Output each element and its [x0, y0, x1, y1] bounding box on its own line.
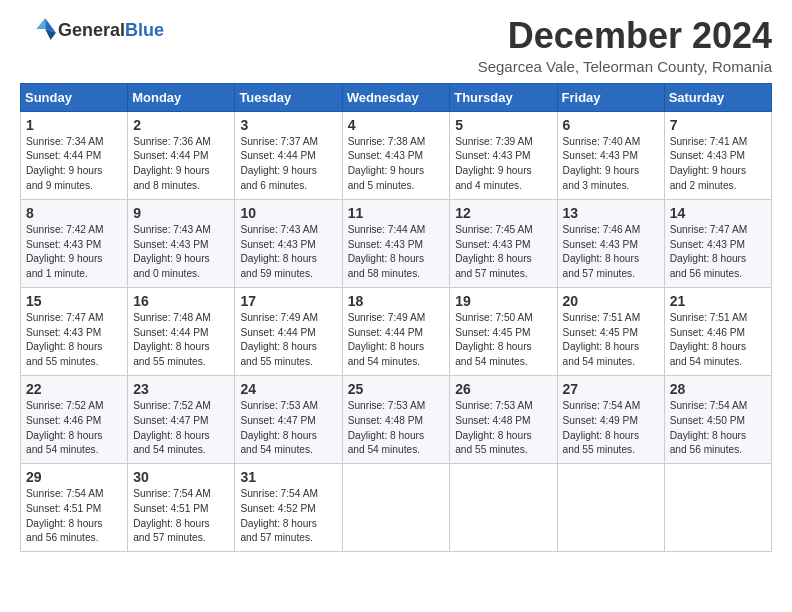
day-number: 30 — [133, 469, 229, 485]
day-info: Sunrise: 7:54 AM Sunset: 4:51 PM Dayligh… — [26, 487, 122, 546]
calendar-cell: 27Sunrise: 7:54 AM Sunset: 4:49 PM Dayli… — [557, 375, 664, 463]
day-info: Sunrise: 7:44 AM Sunset: 4:43 PM Dayligh… — [348, 223, 445, 282]
day-info: Sunrise: 7:34 AM Sunset: 4:44 PM Dayligh… — [26, 135, 122, 194]
day-info: Sunrise: 7:54 AM Sunset: 4:49 PM Dayligh… — [563, 399, 659, 458]
day-info: Sunrise: 7:41 AM Sunset: 4:43 PM Dayligh… — [670, 135, 766, 194]
calendar-cell: 22Sunrise: 7:52 AM Sunset: 4:46 PM Dayli… — [21, 375, 128, 463]
day-info: Sunrise: 7:46 AM Sunset: 4:43 PM Dayligh… — [563, 223, 659, 282]
calendar-cell: 31Sunrise: 7:54 AM Sunset: 4:52 PM Dayli… — [235, 464, 342, 552]
calendar-cell: 21Sunrise: 7:51 AM Sunset: 4:46 PM Dayli… — [664, 287, 771, 375]
day-info: Sunrise: 7:39 AM Sunset: 4:43 PM Dayligh… — [455, 135, 551, 194]
calendar-cell: 6Sunrise: 7:40 AM Sunset: 4:43 PM Daylig… — [557, 111, 664, 199]
logo-blue: Blue — [125, 20, 164, 40]
weekday-header-thursday: Thursday — [450, 83, 557, 111]
day-info: Sunrise: 7:49 AM Sunset: 4:44 PM Dayligh… — [240, 311, 336, 370]
calendar-cell: 24Sunrise: 7:53 AM Sunset: 4:47 PM Dayli… — [235, 375, 342, 463]
calendar-cell: 16Sunrise: 7:48 AM Sunset: 4:44 PM Dayli… — [128, 287, 235, 375]
day-number: 6 — [563, 117, 659, 133]
day-number: 4 — [348, 117, 445, 133]
day-number: 9 — [133, 205, 229, 221]
day-info: Sunrise: 7:52 AM Sunset: 4:47 PM Dayligh… — [133, 399, 229, 458]
day-number: 10 — [240, 205, 336, 221]
day-number: 3 — [240, 117, 336, 133]
day-info: Sunrise: 7:53 AM Sunset: 4:48 PM Dayligh… — [455, 399, 551, 458]
month-title: December 2024 — [478, 16, 772, 56]
calendar-cell: 11Sunrise: 7:44 AM Sunset: 4:43 PM Dayli… — [342, 199, 450, 287]
calendar-cell: 3Sunrise: 7:37 AM Sunset: 4:44 PM Daylig… — [235, 111, 342, 199]
day-number: 24 — [240, 381, 336, 397]
day-number: 5 — [455, 117, 551, 133]
logo-general: General — [58, 20, 125, 40]
calendar-cell — [664, 464, 771, 552]
day-info: Sunrise: 7:48 AM Sunset: 4:44 PM Dayligh… — [133, 311, 229, 370]
day-number: 22 — [26, 381, 122, 397]
calendar-cell: 25Sunrise: 7:53 AM Sunset: 4:48 PM Dayli… — [342, 375, 450, 463]
weekday-header-sunday: Sunday — [21, 83, 128, 111]
calendar: SundayMondayTuesdayWednesdayThursdayFrid… — [20, 83, 772, 553]
calendar-cell: 4Sunrise: 7:38 AM Sunset: 4:43 PM Daylig… — [342, 111, 450, 199]
weekday-header-friday: Friday — [557, 83, 664, 111]
calendar-cell — [342, 464, 450, 552]
location-subtitle: Segarcea Vale, Teleorman County, Romania — [478, 58, 772, 75]
day-number: 1 — [26, 117, 122, 133]
day-info: Sunrise: 7:36 AM Sunset: 4:44 PM Dayligh… — [133, 135, 229, 194]
day-info: Sunrise: 7:43 AM Sunset: 4:43 PM Dayligh… — [133, 223, 229, 282]
day-number: 23 — [133, 381, 229, 397]
day-number: 19 — [455, 293, 551, 309]
calendar-cell: 14Sunrise: 7:47 AM Sunset: 4:43 PM Dayli… — [664, 199, 771, 287]
day-number: 25 — [348, 381, 445, 397]
weekday-header-saturday: Saturday — [664, 83, 771, 111]
day-info: Sunrise: 7:53 AM Sunset: 4:48 PM Dayligh… — [348, 399, 445, 458]
calendar-cell: 9Sunrise: 7:43 AM Sunset: 4:43 PM Daylig… — [128, 199, 235, 287]
day-number: 28 — [670, 381, 766, 397]
calendar-cell — [450, 464, 557, 552]
day-info: Sunrise: 7:47 AM Sunset: 4:43 PM Dayligh… — [670, 223, 766, 282]
day-info: Sunrise: 7:54 AM Sunset: 4:52 PM Dayligh… — [240, 487, 336, 546]
day-number: 16 — [133, 293, 229, 309]
header: GeneralBlue December 2024 Segarcea Vale,… — [20, 16, 772, 75]
day-number: 29 — [26, 469, 122, 485]
calendar-cell: 2Sunrise: 7:36 AM Sunset: 4:44 PM Daylig… — [128, 111, 235, 199]
day-info: Sunrise: 7:38 AM Sunset: 4:43 PM Dayligh… — [348, 135, 445, 194]
day-info: Sunrise: 7:37 AM Sunset: 4:44 PM Dayligh… — [240, 135, 336, 194]
day-number: 14 — [670, 205, 766, 221]
title-area: December 2024 Segarcea Vale, Teleorman C… — [478, 16, 772, 75]
calendar-cell: 30Sunrise: 7:54 AM Sunset: 4:51 PM Dayli… — [128, 464, 235, 552]
calendar-week-5: 29Sunrise: 7:54 AM Sunset: 4:51 PM Dayli… — [21, 464, 772, 552]
day-info: Sunrise: 7:54 AM Sunset: 4:51 PM Dayligh… — [133, 487, 229, 546]
day-number: 7 — [670, 117, 766, 133]
day-number: 31 — [240, 469, 336, 485]
calendar-week-2: 8Sunrise: 7:42 AM Sunset: 4:43 PM Daylig… — [21, 199, 772, 287]
day-number: 27 — [563, 381, 659, 397]
day-info: Sunrise: 7:49 AM Sunset: 4:44 PM Dayligh… — [348, 311, 445, 370]
day-info: Sunrise: 7:52 AM Sunset: 4:46 PM Dayligh… — [26, 399, 122, 458]
day-number: 21 — [670, 293, 766, 309]
day-info: Sunrise: 7:51 AM Sunset: 4:45 PM Dayligh… — [563, 311, 659, 370]
day-number: 8 — [26, 205, 122, 221]
day-number: 13 — [563, 205, 659, 221]
day-info: Sunrise: 7:53 AM Sunset: 4:47 PM Dayligh… — [240, 399, 336, 458]
weekday-header-wednesday: Wednesday — [342, 83, 450, 111]
calendar-cell: 17Sunrise: 7:49 AM Sunset: 4:44 PM Dayli… — [235, 287, 342, 375]
calendar-cell: 12Sunrise: 7:45 AM Sunset: 4:43 PM Dayli… — [450, 199, 557, 287]
day-info: Sunrise: 7:54 AM Sunset: 4:50 PM Dayligh… — [670, 399, 766, 458]
calendar-cell: 8Sunrise: 7:42 AM Sunset: 4:43 PM Daylig… — [21, 199, 128, 287]
calendar-cell: 19Sunrise: 7:50 AM Sunset: 4:45 PM Dayli… — [450, 287, 557, 375]
day-number: 15 — [26, 293, 122, 309]
calendar-cell: 10Sunrise: 7:43 AM Sunset: 4:43 PM Dayli… — [235, 199, 342, 287]
calendar-cell: 1Sunrise: 7:34 AM Sunset: 4:44 PM Daylig… — [21, 111, 128, 199]
calendar-cell — [557, 464, 664, 552]
day-info: Sunrise: 7:50 AM Sunset: 4:45 PM Dayligh… — [455, 311, 551, 370]
calendar-cell: 23Sunrise: 7:52 AM Sunset: 4:47 PM Dayli… — [128, 375, 235, 463]
day-number: 18 — [348, 293, 445, 309]
day-info: Sunrise: 7:42 AM Sunset: 4:43 PM Dayligh… — [26, 223, 122, 282]
day-info: Sunrise: 7:43 AM Sunset: 4:43 PM Dayligh… — [240, 223, 336, 282]
calendar-cell: 28Sunrise: 7:54 AM Sunset: 4:50 PM Dayli… — [664, 375, 771, 463]
weekday-header-tuesday: Tuesday — [235, 83, 342, 111]
logo-icon — [20, 16, 56, 44]
day-info: Sunrise: 7:40 AM Sunset: 4:43 PM Dayligh… — [563, 135, 659, 194]
svg-marker-1 — [36, 18, 45, 29]
day-info: Sunrise: 7:47 AM Sunset: 4:43 PM Dayligh… — [26, 311, 122, 370]
calendar-cell: 7Sunrise: 7:41 AM Sunset: 4:43 PM Daylig… — [664, 111, 771, 199]
day-info: Sunrise: 7:45 AM Sunset: 4:43 PM Dayligh… — [455, 223, 551, 282]
